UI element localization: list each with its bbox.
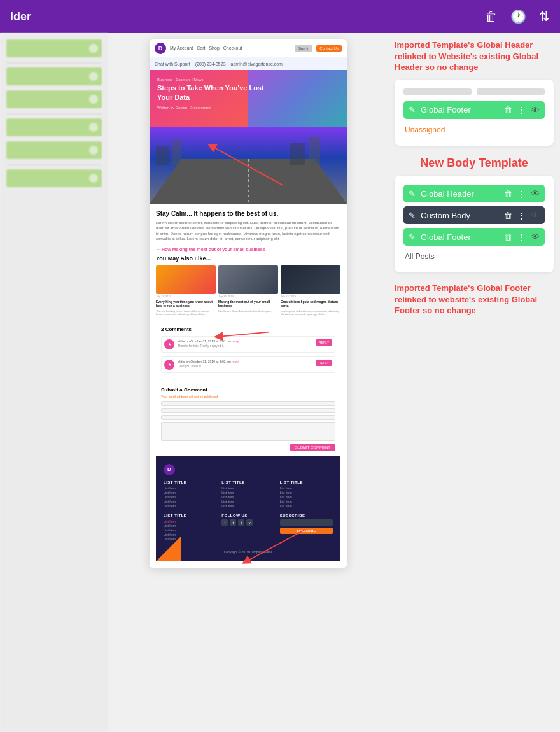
- footer-col-3-item-2: List Item: [280, 491, 333, 495]
- card-2-title: Making the most out of your small busine…: [218, 300, 278, 308]
- road-svg: [150, 127, 347, 204]
- edit-icon-2[interactable]: ✎: [409, 189, 416, 199]
- card-1-date: July 24, 2019: [156, 295, 216, 298]
- footer-col-1-item-5: List Item: [164, 504, 216, 508]
- app-title: lder: [10, 10, 31, 24]
- footer-col-3: List Title List Item List Item List Item…: [280, 481, 333, 509]
- sidebar-dot-3: [89, 95, 98, 104]
- card-3-body: Lorem ipsum dolor sit amet, consectetuer…: [281, 309, 340, 316]
- comment-name-field[interactable]: [161, 401, 335, 406]
- sort-icon[interactable]: ⇅: [539, 9, 550, 24]
- twitter-icon[interactable]: t: [230, 519, 236, 526]
- footer-col-1-title: List Title: [164, 481, 216, 484]
- instagram-icon[interactable]: i: [238, 519, 244, 526]
- comment-email-field[interactable]: [161, 408, 335, 413]
- submit-comment-title: Submit a Comment: [161, 387, 335, 393]
- comment-1-reply[interactable]: REPLY: [316, 339, 332, 346]
- template-gray-bar-1: [403, 88, 472, 95]
- footer-actions-2: 🗑 ⋮: [504, 232, 526, 242]
- edit-icon-1[interactable]: ✎: [409, 105, 416, 115]
- global-footer-row-2: ✎ Global Footer 🗑 ⋮ 👁: [403, 228, 545, 246]
- preview-road-image: [150, 127, 347, 204]
- eye-btn-1[interactable]: 👁: [531, 105, 540, 115]
- left-sidebar: [0, 33, 108, 732]
- sidebar-item-5[interactable]: [6, 141, 102, 159]
- footer-col-3-item-3: List Item: [280, 495, 333, 499]
- card-2: July 24, 2019 Making the most out of you…: [218, 265, 278, 316]
- trash-icon-3[interactable]: 🗑: [504, 211, 512, 220]
- preview-footer: D List Title List Item List Item List It…: [156, 456, 340, 561]
- card-1: July 24, 2019 Everything you think you k…: [156, 265, 216, 316]
- footer-col-2-item-1: List Item: [221, 486, 274, 490]
- preview-content-area: Stay Calm... It happens to the best of u…: [150, 204, 347, 568]
- footer-bottom-item-1: List Item: [164, 519, 216, 523]
- sidebar-dot-6: [89, 174, 98, 183]
- sidebar-item-2[interactable]: [6, 67, 102, 85]
- footer-col-3-item-5: List Item: [280, 504, 333, 508]
- content-body: Lorem ipsum dolor sit amet, consectetur …: [156, 220, 340, 242]
- sidebar-dot-4: [89, 123, 98, 132]
- edit-icon-3[interactable]: ✎: [409, 211, 416, 220]
- hero-breadcrumb: Business | Example | News: [157, 78, 339, 81]
- annotation-body: New Body Template: [395, 156, 554, 171]
- edit-icon-4[interactable]: ✎: [409, 232, 416, 242]
- unassigned-label: Unassigned: [403, 123, 545, 137]
- more-icon-4[interactable]: ⋮: [517, 232, 526, 242]
- contact-btn[interactable]: Contact Us: [316, 45, 342, 52]
- trash-icon-1[interactable]: 🗑: [504, 105, 512, 115]
- sidebar-item-1[interactable]: [6, 39, 102, 57]
- header-actions: 🗑 ⋮: [504, 189, 526, 199]
- history-icon[interactable]: 🕐: [510, 9, 526, 24]
- sidebar-divider-2: [6, 113, 102, 115]
- footer-col-3-item-1: List Item: [280, 486, 333, 490]
- footer-subscribe-title: Subscribe: [280, 514, 333, 517]
- sidebar-item-6[interactable]: [6, 169, 102, 187]
- footer-subscribe-btn[interactable]: SUBSCRIBE: [280, 528, 333, 534]
- youtube-icon[interactable]: y: [246, 519, 253, 526]
- footer-social-title: Follow Us: [221, 514, 274, 517]
- comment-1: ★ slider on October 31, 2019 at 3:01 pm …: [161, 336, 335, 353]
- trash-icon-4[interactable]: 🗑: [504, 232, 512, 242]
- preview-cards: July 24, 2019 Everything you think you k…: [156, 265, 340, 316]
- comment-website-field[interactable]: [161, 415, 335, 420]
- sidebar-item-3[interactable]: [6, 90, 102, 108]
- submit-comment-btn[interactable]: SUBMIT COMMENT: [290, 444, 335, 451]
- comment-1-author: slider on October 31, 2019 at 3:01 pm re…: [178, 339, 312, 343]
- footer-col-2-item-2: List Item: [221, 491, 274, 495]
- eye-btn-4[interactable]: 👁: [531, 232, 540, 242]
- facebook-icon[interactable]: f: [221, 519, 228, 526]
- browser-bar: D My Account Cart Shop Checkout Sign In …: [150, 39, 347, 57]
- preview-browser: D My Account Cart Shop Checkout Sign In …: [150, 39, 347, 568]
- more-icon-1[interactable]: ⋮: [517, 105, 526, 115]
- footer-email-input[interactable]: [280, 519, 333, 526]
- more-icon-3[interactable]: ⋮: [517, 211, 526, 220]
- trash-icon[interactable]: 🗑: [485, 10, 498, 24]
- comment-textarea[interactable]: [161, 422, 335, 441]
- comments-title: 2 Comments: [161, 327, 335, 332]
- template-card-1: ✎ Global Footer 🗑 ⋮ 👁 Unassigned: [395, 80, 554, 146]
- footer-bottom-item-3: List Item: [164, 528, 216, 532]
- comment-1-avatar: ★: [164, 339, 174, 349]
- sign-in-btn[interactable]: Sign In: [295, 45, 313, 52]
- comment-2-reply[interactable]: REPLY: [316, 360, 332, 366]
- trash-icon-2[interactable]: 🗑: [504, 189, 512, 199]
- custom-body-row: ✎ Custom Body 🗑 ⋮ 👁: [403, 206, 545, 224]
- card-1-title: Everything you think you know about how …: [156, 300, 216, 308]
- main-content: D My Account Cart Shop Checkout Sign In …: [0, 33, 560, 732]
- footer-col-2: List Title List Item List Item List Item…: [221, 481, 274, 509]
- comment-1-text: slider on October 31, 2019 at 3:01 pm re…: [178, 339, 312, 349]
- preview-comments: 2 Comments ★ slider on October 31, 2019 …: [156, 321, 340, 382]
- center-preview: D My Account Cart Shop Checkout Sign In …: [108, 33, 388, 732]
- eye-btn-2[interactable]: 👁: [531, 188, 540, 199]
- cta-link[interactable]: → How Making the most out of your small …: [156, 247, 340, 251]
- eye-btn-3[interactable]: 👁: [531, 210, 540, 220]
- footer-bottom-cols: List Title List Item List Item List Item…: [164, 514, 333, 542]
- footer-social-icons: f t i y: [221, 519, 274, 526]
- more-icon-2[interactable]: ⋮: [517, 189, 526, 199]
- sidebar-item-4[interactable]: [6, 118, 102, 136]
- comment-2-author: slider on October 31, 2019 at 3:02 pm re…: [178, 360, 312, 363]
- global-header-label: Global Header: [421, 189, 499, 199]
- comment-2-text: slider on October 31, 2019 at 3:02 pm re…: [178, 360, 312, 370]
- footer-col-1-item-3: List Item: [164, 495, 216, 499]
- card-1-image: [156, 265, 216, 294]
